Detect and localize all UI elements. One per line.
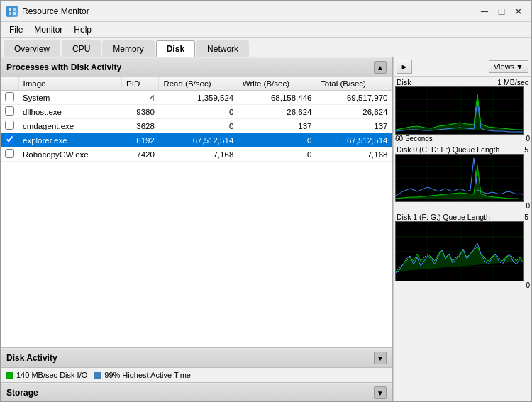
minimize-button[interactable]: ─ [477,4,492,18]
disk-io-dot [6,372,13,379]
chart-disk-scale: 1 MB/sec [497,78,528,86]
menu-bar: File Monitor Help [1,22,531,38]
chart-disk1-bottom-scale: 0 [526,281,530,289]
chart-disk0-label-row: Disk 0 (C: D: E:) Queue Length 5 [395,145,530,154]
chart-disk0-body [395,154,530,202]
chart-disk-body [395,86,530,135]
row-pid: 6192 [122,133,159,147]
row-pid: 3628 [122,119,159,133]
views-dropdown-icon: ▼ [516,62,523,71]
chart-disk-svg [395,86,524,135]
svg-rect-3 [13,12,16,15]
row-checkbox[interactable] [5,92,14,101]
chart-disk1-scale: 5 [524,213,528,221]
app-icon [6,6,18,17]
row-image: dllhost.exe [18,105,122,119]
chart-disk0: Disk 0 (C: D: E:) Queue Length 5 [395,145,530,210]
storage-title: Storage [6,388,374,398]
views-button[interactable]: Views ▼ [489,60,528,73]
disk-activity-header[interactable]: Disk Activity ▼ [1,348,392,368]
row-pid: 4 [122,91,159,105]
row-read: 1,359,524 [159,91,238,105]
chart-disk-time: 60 Seconds [395,135,433,143]
tab-disk[interactable]: Disk [156,40,195,57]
row-write: 26,624 [238,105,316,119]
disk-activity-content: 140 MB/sec Disk I/O 99% Highest Active T… [1,368,392,382]
svg-rect-1 [13,8,16,11]
right-toolbar: ► Views ▼ [394,57,531,77]
chart-disk0-scale: 5 [524,145,528,154]
row-image: System [18,91,122,105]
disk-activity-section: Disk Activity ▼ 140 MB/sec Disk I/O 99% … [1,347,392,382]
row-checkbox-cell [1,147,18,162]
chart-disk0-bottom: 0 [395,202,530,210]
chart-disk: Disk 1 MB/sec [395,78,530,143]
window-controls: ─ □ ✕ [477,4,526,18]
col-checkbox [1,77,18,91]
table-row[interactable]: cmdagent.exe 3628 0 137 137 [1,119,392,133]
table-row[interactable]: dllhost.exe 9380 0 26,624 26,624 [1,105,392,119]
row-checkbox[interactable] [5,106,14,116]
active-time-dot [94,372,101,379]
col-read[interactable]: Read (B/sec) [159,77,238,91]
tab-cpu[interactable]: CPU [62,40,101,57]
menu-file[interactable]: File [4,23,28,36]
chart-disk-label-row: Disk 1 MB/sec [395,78,530,86]
svg-rect-0 [9,8,11,11]
chart-disk-label: Disk [397,78,411,86]
window-title: Resource Monitor [22,6,477,16]
title-bar: Resource Monitor ─ □ ✕ [1,1,531,22]
storage-collapse-btn[interactable]: ▼ [374,386,387,399]
main-layout: Processes with Disk Activity ▲ Image PID… [1,57,531,402]
row-total: 137 [316,119,392,133]
table-row[interactable]: RobocopyGW.exe 7420 7,168 0 7,168 [1,147,392,162]
table-row[interactable]: System 4 1,359,524 68,158,446 69,517,970 [1,91,392,105]
chart-disk-bottom-scale: 0 [526,135,530,143]
menu-help[interactable]: Help [68,23,97,36]
processes-section: Processes with Disk Activity ▲ Image PID… [1,57,392,347]
row-image: RobocopyGW.exe [18,147,122,162]
col-write[interactable]: Write (B/sec) [238,77,316,91]
processes-header[interactable]: Processes with Disk Activity ▲ [1,57,392,77]
row-total: 69,517,970 [316,91,392,105]
chart-disk1-body [395,221,530,281]
row-read: 0 [159,119,238,133]
row-checkbox[interactable] [5,135,14,144]
disk-activity-collapse-btn[interactable]: ▼ [374,352,387,364]
tab-network[interactable]: Network [196,40,249,57]
active-time-label: 99% Highest Active Time [104,371,191,379]
col-pid[interactable]: PID [122,77,159,91]
row-read: 0 [159,105,238,119]
chart-disk0-bottom-scale: 0 [526,202,530,210]
right-panel: ► Views ▼ Disk 1 MB/sec [393,57,531,402]
processes-title: Processes with Disk Activity [6,62,374,72]
storage-header[interactable]: Storage ▼ [1,383,392,402]
chart-disk0-svg [395,154,524,202]
row-read: 7,168 [159,147,238,162]
chart-disk1-svg [395,221,524,281]
chart-disk-bottom: 60 Seconds 0 [395,135,530,143]
tab-overview[interactable]: Overview [4,40,60,57]
svg-rect-2 [9,12,11,15]
tab-bar: Overview CPU Memory Disk Network [1,38,531,57]
chart-disk1-bottom: 0 [395,281,530,289]
row-checkbox-cell [1,133,18,147]
col-total[interactable]: Total (B/sec) [316,77,392,91]
close-button[interactable]: ✕ [511,4,526,18]
tab-memory[interactable]: Memory [102,40,154,57]
row-pid: 7420 [122,147,159,162]
row-total: 67,512,514 [316,133,392,147]
row-checkbox[interactable] [5,149,14,158]
processes-collapse-btn[interactable]: ▲ [374,61,387,74]
disk-io-indicator: 140 MB/sec Disk I/O [6,371,87,379]
processes-table-container[interactable]: Image PID Read (B/sec) Write (B/sec) Tot… [1,77,392,347]
maximize-button[interactable]: □ [494,4,509,18]
chart-disk1: Disk 1 (F: G:) Queue Length 5 [395,213,530,289]
table-row[interactable]: explorer.exe 6192 67,512,514 0 67,512,51… [1,133,392,147]
col-image[interactable]: Image [18,77,122,91]
row-checkbox[interactable] [5,121,14,130]
right-toolbar-arrow-btn[interactable]: ► [397,60,412,74]
menu-monitor[interactable]: Monitor [28,23,68,36]
row-checkbox-cell [1,105,18,119]
disk-io-label: 140 MB/sec Disk I/O [16,371,87,379]
